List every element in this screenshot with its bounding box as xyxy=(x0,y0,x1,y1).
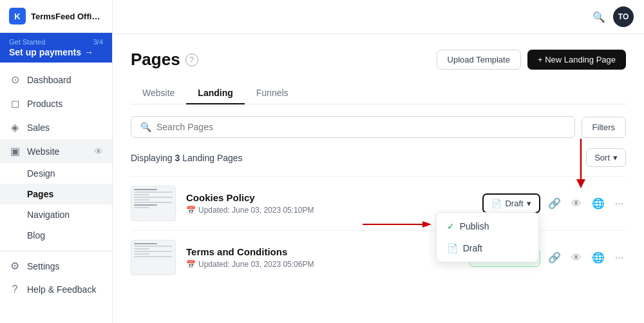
sidebar-divider xyxy=(0,251,112,251)
svg-marker-3 xyxy=(422,221,431,228)
search-box: 🔍 xyxy=(131,116,575,138)
new-landing-page-button[interactable]: + New Landing Page xyxy=(527,50,626,70)
share-icon-btn[interactable]: 🌐 xyxy=(589,249,607,266)
dropdown-item-publish[interactable]: ✓ Publish xyxy=(437,215,538,237)
link-icon-btn[interactable]: 🔗 xyxy=(545,195,564,212)
sidebar-item-sales[interactable]: ◈ Sales xyxy=(0,115,112,139)
more-options-btn[interactable]: ··· xyxy=(612,250,626,266)
more-options-btn[interactable]: ··· xyxy=(612,195,626,212)
sidebar-item-products[interactable]: ◻ Products xyxy=(0,92,112,115)
sidebar: K TermsFeed Office... Get Started 3/4 Se… xyxy=(0,0,113,323)
search-input[interactable] xyxy=(156,122,565,132)
sidebar-logo: K xyxy=(9,8,26,24)
sidebar-item-label: Settings xyxy=(27,261,60,271)
website-icon: ▣ xyxy=(9,145,21,157)
tab-website[interactable]: Website xyxy=(131,83,186,104)
sidebar-setup-banner[interactable]: Get Started 3/4 Set up payments → xyxy=(0,33,112,63)
sidebar-item-help[interactable]: ? Help & Feedback xyxy=(0,278,112,301)
page-card-cookies: Cookies Policy 📅 Updated: June 03, 2023 … xyxy=(131,176,626,230)
tab-funnels[interactable]: Funnels xyxy=(245,83,300,104)
sidebar-header: K TermsFeed Office... xyxy=(0,0,112,33)
products-icon: ◻ xyxy=(9,97,21,110)
dashboard-icon: ⊙ xyxy=(9,73,21,86)
page-card-terms: Terms and Conditions 📅 Updated: June 03,… xyxy=(131,230,626,284)
chevron-down-icon: ▾ xyxy=(527,199,531,208)
sidebar-item-dashboard[interactable]: ⊙ Dashboard xyxy=(0,68,112,92)
chevron-down-icon: ▾ xyxy=(613,153,618,162)
main-area: 🔍 TO Pages ? Upload Template + New Landi… xyxy=(113,0,644,323)
card-title: Terms and Conditions xyxy=(186,246,469,257)
share-icon-btn[interactable]: 🌐 xyxy=(589,195,607,212)
setup-title: Set up payments → xyxy=(9,47,103,57)
sidebar-nav: ⊙ Dashboard ◻ Products ◈ Sales ▣ Website… xyxy=(0,63,112,323)
sort-button[interactable]: Sort ▾ xyxy=(586,148,626,167)
eye-icon-btn[interactable]: 👁 xyxy=(569,195,584,212)
search-row: 🔍 Filters xyxy=(131,116,626,138)
tab-landing[interactable]: Landing xyxy=(186,83,244,104)
calendar-icon: 📅 xyxy=(186,206,196,215)
card-title: Cookies Policy xyxy=(186,192,482,203)
eye-icon[interactable]: 👁 xyxy=(94,146,103,157)
setup-label: Get Started xyxy=(9,38,45,46)
page-header: Pages ? Upload Template + New Landing Pa… xyxy=(131,50,626,70)
topbar: 🔍 TO xyxy=(113,0,644,34)
sidebar-sub-item-blog[interactable]: Blog xyxy=(0,225,112,246)
page-title-group: Pages ? xyxy=(131,50,198,70)
eye-icon-btn[interactable]: 👁 xyxy=(569,250,584,266)
sidebar-sub-item-pages[interactable]: Pages xyxy=(0,184,112,204)
sidebar-sub-items: Design Pages Navigation Blog xyxy=(0,163,112,248)
card-date: 📅 Updated: June 03, 2023 05:06PM xyxy=(186,260,469,269)
avatar[interactable]: TO xyxy=(613,6,634,27)
setup-progress: 3/4 xyxy=(93,38,103,46)
page-content: Pages ? Upload Template + New Landing Pa… xyxy=(113,34,644,323)
search-icon: 🔍 xyxy=(140,122,151,132)
check-icon: ✓ xyxy=(447,221,455,231)
sidebar-item-website[interactable]: ▣ Website 👁 xyxy=(0,139,112,163)
card-thumbnail xyxy=(131,240,176,275)
displaying-text: Displaying 3 Landing Pages xyxy=(131,153,243,163)
displaying-row: Displaying 3 Landing Pages Sort ▾ xyxy=(131,148,626,167)
sidebar-item-label: Sales xyxy=(27,122,50,133)
sales-icon: ◈ xyxy=(9,121,21,133)
dropdown-item-draft[interactable]: 📄 Draft xyxy=(437,237,538,259)
sidebar-sub-item-design[interactable]: Design xyxy=(0,163,112,184)
sidebar-app-name: TermsFeed Office... xyxy=(31,12,102,21)
page-actions: Upload Template + New Landing Page xyxy=(437,50,626,70)
card-info: Terms and Conditions 📅 Updated: June 03,… xyxy=(186,246,469,269)
sidebar-item-settings[interactable]: ⚙ Settings xyxy=(0,254,112,278)
help-icon-btn[interactable]: ? xyxy=(185,54,198,66)
svg-marker-1 xyxy=(576,179,585,188)
filters-button[interactable]: Filters xyxy=(582,117,626,138)
help-icon: ? xyxy=(9,284,21,295)
sidebar-sub-item-navigation[interactable]: Navigation xyxy=(0,204,112,225)
draft-icon: 📄 xyxy=(447,243,458,253)
upload-template-button[interactable]: Upload Template xyxy=(437,50,521,70)
document-icon: 📄 xyxy=(491,199,502,208)
card-actions: 📄 Draft ▾ ✓ Publish xyxy=(482,193,626,213)
sidebar-item-label: Products xyxy=(27,99,62,109)
card-thumbnail xyxy=(131,186,176,221)
sidebar-item-label: Website xyxy=(27,146,59,157)
page-title: Pages xyxy=(131,50,180,70)
sidebar-item-label: Help & Feedback xyxy=(27,284,96,295)
search-icon[interactable]: 🔍 xyxy=(592,11,605,23)
card-info: Cookies Policy 📅 Updated: June 03, 2023 … xyxy=(186,192,482,215)
settings-icon: ⚙ xyxy=(9,260,21,272)
calendar-icon: 📅 xyxy=(186,260,196,269)
publish-arrow xyxy=(359,218,433,231)
page-tabs: Website Landing Funnels xyxy=(131,83,626,104)
sidebar-item-label: Dashboard xyxy=(27,75,71,85)
status-dropdown: ✓ Publish 📄 Draft xyxy=(436,212,539,262)
draft-status-button[interactable]: 📄 Draft ▾ ✓ Publish xyxy=(482,193,540,213)
link-icon-btn[interactable]: 🔗 xyxy=(545,249,564,266)
